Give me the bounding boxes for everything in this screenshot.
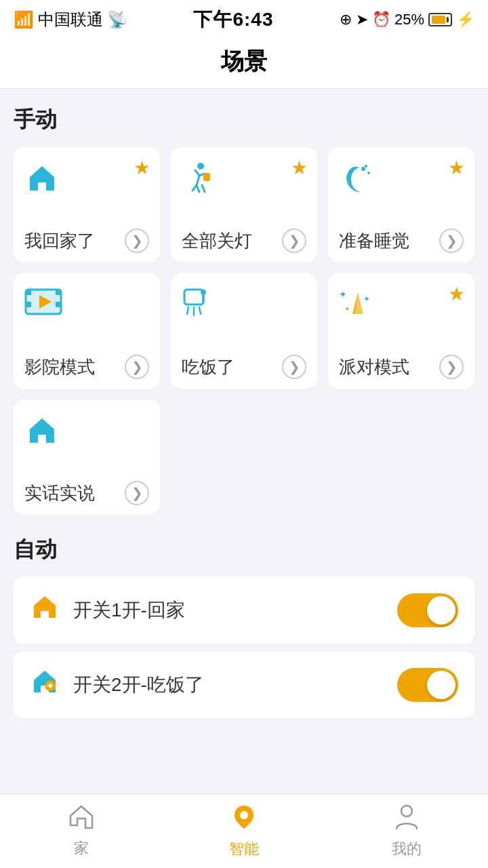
page-header: 场景 xyxy=(0,37,488,89)
auto-list: 开关1开-回家 开关2开-吃饭了 xyxy=(14,577,474,718)
svg-point-13 xyxy=(201,290,206,295)
svg-rect-7 xyxy=(26,290,31,295)
svg-rect-12 xyxy=(184,290,203,304)
auto-section: 自动 开关1开-回家 xyxy=(14,535,474,718)
carrier-label: 中国联通 xyxy=(38,9,103,31)
nav-person-icon xyxy=(394,803,420,836)
card-arrow-sleep[interactable]: ❯ xyxy=(439,229,464,253)
house2-icon xyxy=(24,413,60,454)
auto-item-label-2: 开关2开-吃饭了 xyxy=(73,672,384,698)
walk-icon xyxy=(182,161,217,201)
card-label-home: 我回家了 xyxy=(24,229,95,253)
card-arrow-home[interactable]: ❯ xyxy=(125,229,149,253)
nav-item-smart[interactable]: 智能 xyxy=(163,803,325,859)
card-label-real: 实话实说 xyxy=(24,481,95,505)
auto-home-icon xyxy=(30,592,60,629)
svg-point-0 xyxy=(197,163,204,170)
svg-text:✦: ✦ xyxy=(344,305,350,313)
bottom-nav: 家 智能 我的 xyxy=(0,793,488,868)
scene-card-party[interactable]: ✦ ✦ ✦ ★ 派对模式 ❯ xyxy=(328,273,474,389)
svg-point-3 xyxy=(367,172,370,174)
svg-point-2 xyxy=(361,167,365,171)
nav-smart-icon xyxy=(230,803,258,836)
auto-pen-icon xyxy=(30,667,60,703)
card-arrow-party[interactable]: ❯ xyxy=(439,355,464,379)
svg-rect-9 xyxy=(56,290,61,295)
svg-point-4 xyxy=(365,165,367,167)
location-icon: ⊕ xyxy=(340,11,352,28)
svg-line-17 xyxy=(199,307,201,314)
nav-icon: ➤ xyxy=(356,11,368,28)
wifi-icon: 📡 xyxy=(107,10,127,29)
nav-item-home[interactable]: 家 xyxy=(0,804,163,859)
status-left: 📶 中国联通 📡 xyxy=(14,9,127,31)
svg-rect-1 xyxy=(203,173,210,181)
battery-percent: 25% xyxy=(394,11,424,28)
star-badge-sleep: ★ xyxy=(448,157,465,179)
scene-card-cinema[interactable]: 影院模式 ❯ xyxy=(14,273,160,389)
battery-indicator xyxy=(428,13,452,26)
card-arrow-lights[interactable]: ❯ xyxy=(282,229,306,253)
scene-grid-row2: 影院模式 ❯ 吃饭了 ❯ xyxy=(14,273,474,389)
card-arrow-cinema[interactable]: ❯ xyxy=(125,355,149,379)
card-label-sleep: 准备睡觉 xyxy=(339,229,409,253)
auto-toggle-1[interactable] xyxy=(397,593,458,627)
film-icon xyxy=(24,287,62,328)
alarm-icon: ⏰ xyxy=(372,11,390,28)
status-bar: 📶 中国联通 📡 下午6:43 ⊕ ➤ ⏰ 25% ⚡ xyxy=(0,0,488,37)
manual-section-title: 手动 xyxy=(14,105,474,135)
star-badge-party: ★ xyxy=(448,283,465,305)
nav-label-smart: 智能 xyxy=(229,839,259,859)
star-badge-lights: ★ xyxy=(291,157,308,179)
house-icon xyxy=(24,161,60,201)
card-label-party: 派对模式 xyxy=(339,355,409,379)
svg-rect-10 xyxy=(56,302,61,307)
scene-grid-row1: ★ 我回家了 ❯ ★ xyxy=(14,147,474,262)
nav-item-mine[interactable]: 我的 xyxy=(325,803,488,859)
svg-line-15 xyxy=(187,307,188,314)
svg-point-26 xyxy=(240,811,248,819)
auto-item-label-1: 开关1开-回家 xyxy=(73,597,384,623)
status-right: ⊕ ➤ ⏰ 25% ⚡ xyxy=(340,11,474,28)
main-content: 手动 ★ 我回家了 ❯ xyxy=(0,89,488,868)
scene-card-home[interactable]: ★ 我回家了 ❯ xyxy=(14,147,160,262)
shower-icon xyxy=(182,287,217,328)
card-arrow-real[interactable]: ❯ xyxy=(125,481,149,505)
star-badge: ★ xyxy=(134,157,150,179)
status-time: 下午6:43 xyxy=(193,7,273,33)
scene-card-lights[interactable]: ★ 全部关灯 ❯ xyxy=(171,147,317,262)
charge-icon: ⚡ xyxy=(456,11,474,28)
svg-rect-8 xyxy=(26,302,31,307)
toggle-knob-1 xyxy=(427,596,455,625)
card-arrow-eat[interactable]: ❯ xyxy=(282,355,306,379)
card-label-cinema: 影院模式 xyxy=(24,355,95,379)
page-title: 场景 xyxy=(221,48,267,74)
svg-point-27 xyxy=(401,806,412,816)
auto-toggle-2[interactable] xyxy=(397,668,458,702)
svg-text:✦: ✦ xyxy=(339,289,347,300)
nav-label-home: 家 xyxy=(74,838,89,859)
scene-card-sleep[interactable]: ★ 准备睡觉 ❯ xyxy=(328,147,474,262)
scene-card-real[interactable]: 实话实说 ❯ xyxy=(14,399,160,515)
nav-home-icon xyxy=(68,804,95,835)
scene-grid-row3: 实话实说 ❯ xyxy=(14,399,474,515)
party-icon: ✦ ✦ ✦ xyxy=(339,287,374,328)
svg-text:✦: ✦ xyxy=(363,294,370,304)
scene-card-eat[interactable]: 吃饭了 ❯ xyxy=(171,273,317,389)
auto-item-1[interactable]: 开关1开-回家 xyxy=(14,577,474,644)
auto-section-title: 自动 xyxy=(14,535,474,565)
toggle-knob-2 xyxy=(427,671,455,699)
signal-icon: 📶 xyxy=(14,10,34,29)
auto-item-2[interactable]: 开关2开-吃饭了 xyxy=(14,652,474,718)
nav-label-mine: 我的 xyxy=(392,839,422,859)
card-label-eat: 吃饭了 xyxy=(182,355,235,379)
card-label-lights: 全部关灯 xyxy=(182,229,252,253)
moon-icon xyxy=(339,161,377,204)
